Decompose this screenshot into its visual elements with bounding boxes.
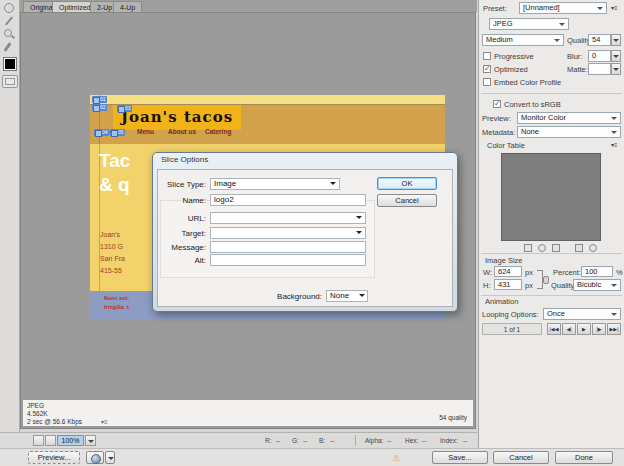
- status-menu-icon[interactable]: ▾≡: [101, 418, 108, 425]
- preset-dropdown[interactable]: [Unnamed]: [519, 2, 607, 14]
- previous-frame-button[interactable]: ◀|: [562, 323, 576, 335]
- eyedropper-tool-icon[interactable]: [4, 42, 15, 53]
- b-value: --: [330, 437, 334, 444]
- toggle-slices-visibility-button[interactable]: [2, 75, 18, 88]
- slice-badge: 04: [94, 129, 109, 136]
- view-tab-bar: Original Optimized 2-Up 4-Up: [20, 0, 477, 12]
- warning-icon: ⚠: [392, 452, 400, 464]
- width-label: W:: [483, 268, 492, 277]
- preview-button[interactable]: Preview...: [28, 451, 80, 464]
- color-table-new-color-icon[interactable]: [575, 244, 583, 252]
- quality-slider-arrow[interactable]: [611, 34, 621, 46]
- background-dropdown[interactable]: None: [326, 290, 368, 302]
- animation-title: Animation: [485, 297, 518, 306]
- ok-button[interactable]: OK: [377, 177, 437, 190]
- dialog-cancel-button[interactable]: Cancel: [377, 194, 437, 207]
- slice-guide-horizontal: [90, 104, 445, 105]
- optimize-info-box: JPEG 4.562K 2 sec @ 56.6 Kbps ▾≡ 54 qual…: [22, 399, 474, 427]
- message-field[interactable]: [210, 241, 366, 253]
- hex-value: --: [422, 437, 426, 444]
- browser-select-arrow[interactable]: [105, 451, 115, 464]
- footer-text-line: fringilla. t: [104, 304, 129, 310]
- color-table-transparency-icon[interactable]: [538, 244, 546, 252]
- format-dropdown[interactable]: JPEG: [489, 18, 569, 30]
- zoom-level-dropdown-arrow[interactable]: [85, 435, 96, 446]
- quality-field[interactable]: 54: [588, 34, 611, 46]
- blur-field[interactable]: 0: [588, 50, 611, 62]
- slice-type-dropdown[interactable]: Image: [210, 178, 340, 190]
- url-combo[interactable]: [210, 212, 366, 224]
- resample-quality-dropdown[interactable]: Bicubic: [573, 279, 621, 291]
- zoom-level-field[interactable]: 100%: [57, 435, 84, 446]
- last-frame-button[interactable]: ▶▶|: [607, 323, 621, 335]
- index-value: --: [463, 437, 467, 444]
- eyedropper-color-swatch[interactable]: [3, 57, 17, 71]
- g-value: --: [303, 437, 307, 444]
- convert-srgb-checkbox[interactable]: [493, 100, 501, 108]
- embed-color-profile-checkbox[interactable]: [483, 78, 491, 86]
- width-unit: px: [525, 268, 533, 277]
- color-table-menu-icon[interactable]: ▾≡: [611, 141, 618, 148]
- progressive-checkbox[interactable]: [483, 52, 491, 60]
- optimize-settings-panel: Preset: [Unnamed] ▾≡ JPEG Medium Quality…: [478, 0, 624, 448]
- g-label: G:: [292, 437, 299, 444]
- matte-label: Matte:: [567, 65, 588, 74]
- alpha-value: --: [387, 437, 391, 444]
- slice-select-tool-icon[interactable]: [4, 16, 15, 27]
- looping-options-dropdown[interactable]: Once: [543, 308, 621, 320]
- r-value: --: [276, 437, 280, 444]
- hand-tool-icon[interactable]: [4, 3, 14, 13]
- next-frame-button[interactable]: |▶: [592, 323, 606, 335]
- page-heading-line1: Tac: [99, 150, 130, 172]
- address-line: San Fra: [100, 255, 125, 262]
- matte-dropdown-arrow[interactable]: [611, 63, 621, 75]
- height-unit: px: [525, 281, 533, 290]
- play-button[interactable]: ▶: [577, 323, 591, 335]
- save-button[interactable]: Save...: [432, 451, 488, 464]
- tool-palette: [0, 0, 20, 448]
- b-label: B:: [319, 437, 325, 444]
- cancel-button[interactable]: Cancel: [493, 451, 549, 464]
- width-field[interactable]: 624: [494, 266, 522, 277]
- zoom-tool-icon[interactable]: [4, 29, 15, 40]
- hex-label: Hex:: [405, 437, 418, 444]
- metadata-dropdown[interactable]: None: [517, 126, 621, 138]
- slice-guide-horizontal: [90, 143, 445, 144]
- action-bar: Preview... ⚠ Save... Cancel Done: [0, 448, 624, 466]
- name-field[interactable]: logo2: [210, 194, 366, 206]
- r-label: R:: [265, 437, 272, 444]
- panel-menu-icon[interactable]: ▾≡: [611, 4, 618, 11]
- first-frame-button[interactable]: |◀◀: [547, 323, 561, 335]
- preview-mode-dropdown[interactable]: Monitor Color: [517, 112, 621, 124]
- divider: [355, 435, 356, 446]
- matte-field[interactable]: [588, 63, 611, 75]
- looping-options-label: Looping Options:: [482, 310, 539, 319]
- blur-label: Blur:: [567, 52, 582, 61]
- frame-counter: 1 of 1: [482, 323, 542, 335]
- height-label: H:: [483, 281, 491, 290]
- save-for-web-window: Original Optimized 2-Up 4-Up Joan's taco…: [0, 0, 624, 466]
- slice-badge: 01: [92, 96, 107, 103]
- color-table-web-shift-icon[interactable]: [524, 244, 532, 252]
- color-table-delete-icon[interactable]: [589, 244, 597, 252]
- done-button[interactable]: Done: [555, 451, 613, 464]
- divider: [481, 93, 622, 94]
- alt-field[interactable]: [210, 254, 366, 266]
- blur-slider-arrow[interactable]: [611, 50, 621, 62]
- zoom-out-button[interactable]: [33, 435, 44, 446]
- zoom-in-button[interactable]: [45, 435, 56, 446]
- preset-label: Preset:: [483, 4, 507, 13]
- height-field[interactable]: 431: [494, 279, 522, 290]
- message-label: Message:: [160, 243, 206, 252]
- compression-dropdown[interactable]: Medium: [482, 34, 564, 46]
- slice-badge: 05: [110, 129, 125, 136]
- status-download-time: 2 sec @ 56.6 Kbps: [27, 418, 82, 426]
- embed-color-profile-label: Embed Color Profile: [494, 78, 561, 87]
- tab-4up[interactable]: 4-Up: [113, 1, 142, 12]
- background-label: Background:: [254, 292, 322, 301]
- target-combo[interactable]: [210, 227, 366, 239]
- preview-in-browser-button[interactable]: [86, 451, 104, 464]
- color-table-lock-icon[interactable]: [552, 244, 560, 252]
- optimized-checkbox[interactable]: [483, 65, 491, 73]
- percent-field[interactable]: 100: [581, 266, 613, 277]
